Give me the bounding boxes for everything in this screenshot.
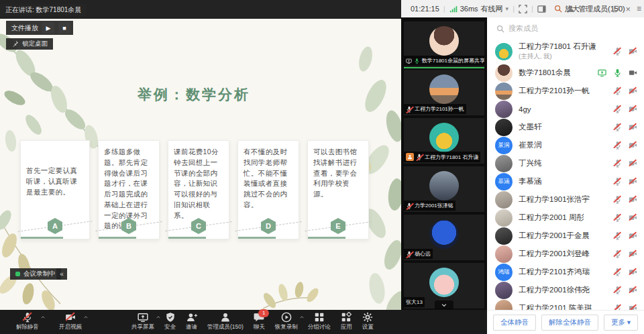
mic-muted-icon[interactable] xyxy=(613,231,622,240)
mic-muted-icon xyxy=(406,251,413,258)
camera-off-icon[interactable] xyxy=(629,105,637,113)
layout-toggle-icon[interactable] xyxy=(537,5,546,13)
member-row[interactable]: 工程力学1901张浩宇 xyxy=(487,190,644,209)
mic-muted-icon[interactable] xyxy=(613,249,622,258)
strip-scroll-down-chevron[interactable] xyxy=(435,300,453,309)
unmute-button[interactable]: 解除静音 xyxy=(16,312,39,331)
popout-icon[interactable] xyxy=(612,5,619,13)
video-tile[interactable]: 工程力学71801 石升谦 xyxy=(404,118,484,164)
camera-off-icon[interactable] xyxy=(629,286,637,294)
chat-button[interactable]: 1 聊天 xyxy=(254,312,265,331)
member-row[interactable]: 工程力学2001于金晨 xyxy=(487,227,644,245)
network-status[interactable]: 36ms 有线网 ▾ xyxy=(449,4,508,14)
pin-desktop-pill[interactable]: 锁定桌面 xyxy=(6,38,53,50)
slide-card-e: 可以去图书馆找讲解书进行查看，要学会利用学校资源。 E xyxy=(307,140,369,239)
camera-off-icon[interactable] xyxy=(629,159,637,168)
member-row[interactable]: 4gy xyxy=(487,100,644,118)
mic-muted-icon[interactable] xyxy=(613,87,622,95)
avatar xyxy=(495,209,513,227)
manage-members-button[interactable]: 管理成员(150) xyxy=(207,312,244,331)
mic-muted-icon[interactable] xyxy=(613,213,622,222)
play-button[interactable]: ▶ xyxy=(42,22,54,34)
mic-muted-icon[interactable] xyxy=(613,304,622,310)
video-tile[interactable]: 数学71801余晨的屏幕共享 xyxy=(404,21,484,68)
breakout-rooms-button[interactable]: 分组讨论 xyxy=(308,312,331,331)
share-screen-button[interactable]: 共享屏幕 xyxy=(131,312,154,331)
member-role: (主持人, 我) xyxy=(519,52,613,61)
avatar xyxy=(495,191,513,209)
member-row[interactable]: 鸿瑞 工程力学2101齐鸿瑞 xyxy=(487,263,644,281)
avatar xyxy=(429,171,459,201)
member-row[interactable]: 工程力学2101 陈美琪 xyxy=(487,299,644,310)
member-row[interactable]: 慕涵 李慕涵 xyxy=(487,172,644,190)
menu-icon[interactable]: ≡ xyxy=(637,4,641,13)
member-row[interactable]: 文墨轩 xyxy=(487,118,644,136)
apps-button[interactable]: 应用 xyxy=(341,312,352,331)
mic-muted-icon[interactable] xyxy=(613,286,622,294)
chevron-up-icon[interactable] xyxy=(83,315,89,320)
mic-muted-icon[interactable] xyxy=(613,47,622,56)
more-button[interactable]: 更多 ▾ xyxy=(604,315,638,331)
camera-off-icon[interactable] xyxy=(629,268,637,276)
mic-muted-icon[interactable] xyxy=(613,105,622,113)
close-icon[interactable]: × xyxy=(625,4,631,14)
unmute-all-button[interactable]: 解除全体静音 xyxy=(541,315,598,331)
camera-off-icon[interactable] xyxy=(629,47,637,56)
camera-off-icon[interactable] xyxy=(629,231,637,240)
member-row[interactable]: 景润 崔景润 xyxy=(487,136,644,154)
camera-off-icon[interactable] xyxy=(629,249,637,258)
member-row[interactable]: 工程力学71801 石升谦 (主持人, 我) xyxy=(487,39,644,64)
mic-on-icon[interactable] xyxy=(613,68,622,77)
card-letter-badge: D xyxy=(261,218,276,234)
camera-off-icon[interactable] xyxy=(629,304,637,310)
mic-muted-icon[interactable] xyxy=(613,268,622,276)
network-name: 有线网 xyxy=(481,4,503,14)
mic-muted-icon[interactable] xyxy=(613,159,622,168)
camera-off-icon[interactable] xyxy=(629,87,637,95)
members-panel: 搜索成员 工程力学71801 石升谦 (主持人, 我) 数学71801余晨 xyxy=(487,17,644,310)
mic-muted-icon[interactable] xyxy=(613,141,622,150)
member-row[interactable]: 数学71801余晨 xyxy=(487,64,644,82)
camera-off-icon[interactable] xyxy=(629,177,637,186)
chevron-up-icon[interactable] xyxy=(299,315,305,320)
mute-all-button[interactable]: 全体静音 xyxy=(493,315,536,331)
camera-off-icon[interactable] xyxy=(629,141,637,150)
card-text: 可以去图书馆找讲解书进行查看，要学会利用学校资源。 xyxy=(313,147,363,200)
avatar xyxy=(495,245,513,263)
grid-icon xyxy=(314,312,325,323)
screen-share-icon xyxy=(598,68,606,77)
collapse-overlay-button[interactable]: « xyxy=(56,268,67,280)
card-letter-badge: E xyxy=(331,218,345,234)
video-tile[interactable]: 杨心远 xyxy=(404,215,484,260)
settings-button[interactable]: 设置 xyxy=(362,312,374,331)
resume-record-button[interactable]: 恢复录制 xyxy=(275,312,298,331)
start-video-button[interactable]: 开启视频 xyxy=(59,312,82,331)
chevron-up-icon[interactable] xyxy=(156,315,161,320)
video-tile[interactable]: 工程力学2101孙一帆 xyxy=(404,70,484,115)
member-row[interactable]: 工程力学2001徐伟尧 xyxy=(487,281,644,299)
member-name: 工程力学1901张浩宇 xyxy=(519,194,613,205)
video-tile[interactable]: 力学2001张泽铭 xyxy=(404,166,484,212)
camera-off-icon[interactable] xyxy=(629,213,637,222)
member-search-input[interactable]: 搜索成员 xyxy=(496,23,538,34)
mic-muted-icon[interactable] xyxy=(613,177,622,186)
fullscreen-icon[interactable] xyxy=(519,5,527,13)
camera-icon[interactable] xyxy=(629,68,637,77)
member-row[interactable]: 工程力学2101孙一帆 xyxy=(487,82,644,100)
mic-muted-icon[interactable] xyxy=(613,195,622,204)
slide-card-c: 课前花费10分钟去回想上一节课的全部内容，让新知识可以很好的与旧知识相联系。 C xyxy=(168,140,229,239)
security-button[interactable]: 安全 xyxy=(164,312,176,331)
stop-button[interactable]: ■ xyxy=(58,22,70,34)
invite-button[interactable]: 邀请 xyxy=(186,312,197,331)
camera-off-icon[interactable] xyxy=(629,123,637,131)
apps-icon xyxy=(341,312,352,323)
chevron-up-icon[interactable] xyxy=(40,315,46,320)
camera-off-icon[interactable] xyxy=(629,195,637,204)
member-row[interactable]: 工程力学2001 周彤 xyxy=(487,209,644,227)
member-row[interactable]: 工程力学2001刘登峰 xyxy=(487,245,644,263)
card-underline xyxy=(21,237,63,239)
participant-name: 张大13 xyxy=(406,298,423,306)
mic-muted-icon[interactable] xyxy=(613,123,622,131)
member-name: 丁兴纯 xyxy=(519,158,613,168)
member-row[interactable]: 丁兴纯 xyxy=(487,154,644,172)
